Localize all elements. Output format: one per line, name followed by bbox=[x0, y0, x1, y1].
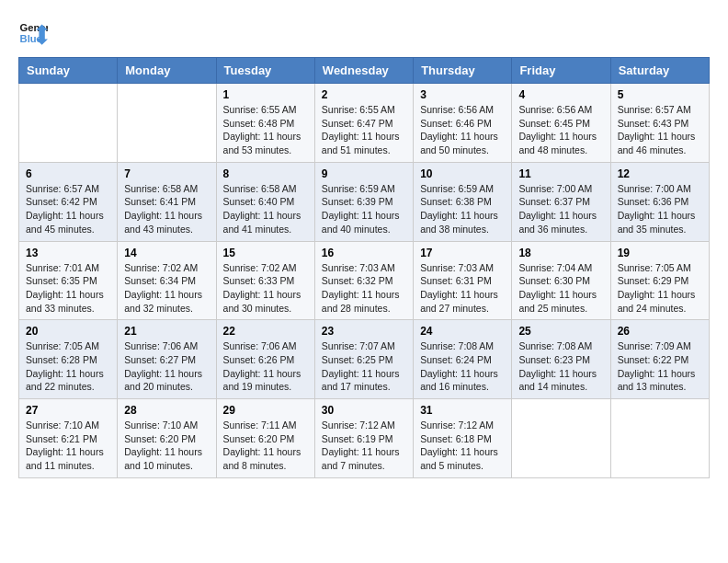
day-info: Sunrise: 7:03 AMSunset: 6:31 PMDaylight:… bbox=[420, 261, 505, 316]
day-info: Sunrise: 7:03 AMSunset: 6:32 PMDaylight:… bbox=[322, 261, 406, 316]
day-cell: 20Sunrise: 7:05 AMSunset: 6:28 PMDayligh… bbox=[19, 320, 118, 399]
day-info: Sunrise: 7:11 AMSunset: 6:20 PMDaylight:… bbox=[223, 419, 308, 473]
day-number: 24 bbox=[420, 325, 505, 338]
week-row-1: 1Sunrise: 6:55 AMSunset: 6:48 PMDaylight… bbox=[19, 84, 710, 163]
day-cell: 26Sunrise: 7:09 AMSunset: 6:22 PMDayligh… bbox=[610, 320, 709, 399]
day-number: 3 bbox=[420, 88, 505, 101]
day-info: Sunrise: 7:12 AMSunset: 6:19 PMDaylight:… bbox=[322, 419, 406, 473]
day-cell: 7Sunrise: 6:58 AMSunset: 6:41 PMDaylight… bbox=[118, 162, 216, 241]
day-info: Sunrise: 7:02 AMSunset: 6:34 PMDaylight:… bbox=[124, 261, 209, 316]
day-info: Sunrise: 7:05 AMSunset: 6:28 PMDaylight:… bbox=[26, 339, 110, 394]
day-info: Sunrise: 6:57 AMSunset: 6:43 PMDaylight:… bbox=[618, 103, 702, 157]
day-cell: 8Sunrise: 6:58 AMSunset: 6:40 PMDaylight… bbox=[216, 162, 314, 241]
day-cell: 13Sunrise: 7:01 AMSunset: 6:35 PMDayligh… bbox=[19, 241, 118, 320]
day-number: 27 bbox=[26, 404, 110, 417]
day-number: 4 bbox=[518, 88, 603, 101]
day-number: 17 bbox=[420, 247, 505, 259]
day-info: Sunrise: 6:59 AMSunset: 6:39 PMDaylight:… bbox=[322, 182, 406, 236]
day-cell: 28Sunrise: 7:10 AMSunset: 6:20 PMDayligh… bbox=[118, 399, 216, 478]
day-info: Sunrise: 7:02 AMSunset: 6:33 PMDaylight:… bbox=[223, 261, 308, 316]
day-cell: 6Sunrise: 6:57 AMSunset: 6:42 PMDaylight… bbox=[19, 162, 118, 241]
day-cell: 16Sunrise: 7:03 AMSunset: 6:32 PMDayligh… bbox=[314, 241, 413, 320]
day-number: 13 bbox=[26, 247, 110, 259]
day-info: Sunrise: 7:08 AMSunset: 6:23 PMDaylight:… bbox=[518, 339, 603, 394]
day-cell: 15Sunrise: 7:02 AMSunset: 6:33 PMDayligh… bbox=[216, 241, 314, 320]
day-info: Sunrise: 7:05 AMSunset: 6:29 PMDaylight:… bbox=[618, 261, 702, 316]
day-cell: 11Sunrise: 7:00 AMSunset: 6:37 PMDayligh… bbox=[512, 162, 610, 241]
day-number: 8 bbox=[223, 167, 308, 180]
day-number: 26 bbox=[618, 325, 702, 338]
day-info: Sunrise: 6:55 AMSunset: 6:47 PMDaylight:… bbox=[322, 103, 406, 157]
header-wednesday: Wednesday bbox=[314, 58, 413, 84]
day-cell: 31Sunrise: 7:12 AMSunset: 6:18 PMDayligh… bbox=[414, 399, 512, 478]
day-cell: 10Sunrise: 6:59 AMSunset: 6:38 PMDayligh… bbox=[414, 162, 512, 241]
day-cell: 3Sunrise: 6:56 AMSunset: 6:46 PMDaylight… bbox=[414, 84, 512, 163]
day-number: 18 bbox=[518, 247, 603, 259]
day-cell: 9Sunrise: 6:59 AMSunset: 6:39 PMDaylight… bbox=[314, 162, 413, 241]
day-number: 16 bbox=[322, 247, 406, 259]
week-row-2: 6Sunrise: 6:57 AMSunset: 6:42 PMDaylight… bbox=[19, 162, 710, 241]
day-cell: 17Sunrise: 7:03 AMSunset: 6:31 PMDayligh… bbox=[414, 241, 512, 320]
day-info: Sunrise: 7:00 AMSunset: 6:37 PMDaylight:… bbox=[518, 182, 603, 236]
header-thursday: Thursday bbox=[414, 58, 512, 84]
day-number: 9 bbox=[322, 167, 406, 180]
day-number: 6 bbox=[26, 167, 110, 180]
day-number: 19 bbox=[618, 247, 702, 259]
day-cell: 23Sunrise: 7:07 AMSunset: 6:25 PMDayligh… bbox=[314, 320, 413, 399]
day-info: Sunrise: 6:58 AMSunset: 6:41 PMDaylight:… bbox=[124, 182, 209, 236]
day-number: 30 bbox=[322, 404, 406, 417]
day-info: Sunrise: 6:56 AMSunset: 6:46 PMDaylight:… bbox=[420, 103, 505, 157]
day-cell bbox=[512, 399, 610, 478]
header-tuesday: Tuesday bbox=[216, 58, 314, 84]
svg-text:Blue: Blue bbox=[20, 33, 42, 44]
day-cell: 24Sunrise: 7:08 AMSunset: 6:24 PMDayligh… bbox=[414, 320, 512, 399]
calendar-header-row: SundayMondayTuesdayWednesdayThursdayFrid… bbox=[19, 58, 710, 84]
header-friday: Friday bbox=[512, 58, 610, 84]
day-info: Sunrise: 7:10 AMSunset: 6:20 PMDaylight:… bbox=[124, 419, 209, 473]
day-info: Sunrise: 6:55 AMSunset: 6:48 PMDaylight:… bbox=[223, 103, 308, 157]
day-cell bbox=[19, 84, 118, 163]
week-row-5: 27Sunrise: 7:10 AMSunset: 6:21 PMDayligh… bbox=[19, 399, 710, 478]
day-cell: 29Sunrise: 7:11 AMSunset: 6:20 PMDayligh… bbox=[216, 399, 314, 478]
day-info: Sunrise: 6:57 AMSunset: 6:42 PMDaylight:… bbox=[26, 182, 110, 236]
header-monday: Monday bbox=[118, 58, 216, 84]
logo-icon: General Blue bbox=[18, 18, 48, 48]
day-info: Sunrise: 7:12 AMSunset: 6:18 PMDaylight:… bbox=[420, 419, 505, 473]
day-number: 23 bbox=[322, 325, 406, 338]
day-cell: 18Sunrise: 7:04 AMSunset: 6:30 PMDayligh… bbox=[512, 241, 610, 320]
day-number: 12 bbox=[618, 167, 702, 180]
day-number: 29 bbox=[223, 404, 308, 417]
day-info: Sunrise: 7:06 AMSunset: 6:26 PMDaylight:… bbox=[223, 339, 308, 394]
logo: General Blue bbox=[18, 18, 88, 48]
day-info: Sunrise: 7:01 AMSunset: 6:35 PMDaylight:… bbox=[26, 261, 110, 316]
header-saturday: Saturday bbox=[610, 58, 709, 84]
day-info: Sunrise: 7:10 AMSunset: 6:21 PMDaylight:… bbox=[26, 419, 110, 473]
day-cell: 14Sunrise: 7:02 AMSunset: 6:34 PMDayligh… bbox=[118, 241, 216, 320]
page-header: General Blue bbox=[18, 18, 710, 48]
day-cell: 2Sunrise: 6:55 AMSunset: 6:47 PMDaylight… bbox=[314, 84, 413, 163]
day-number: 20 bbox=[26, 325, 110, 338]
day-cell: 1Sunrise: 6:55 AMSunset: 6:48 PMDaylight… bbox=[216, 84, 314, 163]
week-row-4: 20Sunrise: 7:05 AMSunset: 6:28 PMDayligh… bbox=[19, 320, 710, 399]
day-info: Sunrise: 7:04 AMSunset: 6:30 PMDaylight:… bbox=[518, 261, 603, 316]
day-info: Sunrise: 7:08 AMSunset: 6:24 PMDaylight:… bbox=[420, 339, 505, 394]
day-info: Sunrise: 7:09 AMSunset: 6:22 PMDaylight:… bbox=[618, 339, 702, 394]
day-number: 21 bbox=[124, 325, 209, 338]
day-number: 10 bbox=[420, 167, 505, 180]
day-number: 25 bbox=[518, 325, 603, 338]
day-cell: 27Sunrise: 7:10 AMSunset: 6:21 PMDayligh… bbox=[19, 399, 118, 478]
day-cell: 22Sunrise: 7:06 AMSunset: 6:26 PMDayligh… bbox=[216, 320, 314, 399]
day-info: Sunrise: 7:07 AMSunset: 6:25 PMDaylight:… bbox=[322, 339, 406, 394]
day-cell: 5Sunrise: 6:57 AMSunset: 6:43 PMDaylight… bbox=[610, 84, 709, 163]
day-info: Sunrise: 6:56 AMSunset: 6:45 PMDaylight:… bbox=[518, 103, 603, 157]
calendar-table: SundayMondayTuesdayWednesdayThursdayFrid… bbox=[18, 57, 710, 478]
day-number: 2 bbox=[322, 88, 406, 101]
day-number: 22 bbox=[223, 325, 308, 338]
day-number: 7 bbox=[124, 167, 209, 180]
day-cell: 12Sunrise: 7:00 AMSunset: 6:36 PMDayligh… bbox=[610, 162, 709, 241]
header-sunday: Sunday bbox=[19, 58, 118, 84]
day-info: Sunrise: 6:59 AMSunset: 6:38 PMDaylight:… bbox=[420, 182, 505, 236]
day-info: Sunrise: 6:58 AMSunset: 6:40 PMDaylight:… bbox=[223, 182, 308, 236]
day-number: 15 bbox=[223, 247, 308, 259]
day-number: 11 bbox=[518, 167, 603, 180]
